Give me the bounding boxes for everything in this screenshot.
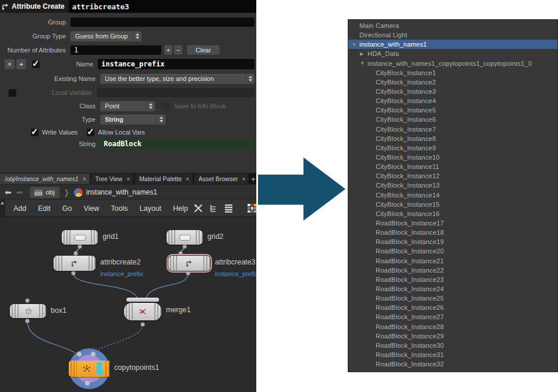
- write-values-row: Write Values Allow Local Vars: [0, 127, 255, 137]
- network-editor[interactable]: grid1 grid2 attribcreate2 instance_prefi…: [0, 216, 256, 392]
- foldout-closed-icon[interactable]: ▶: [360, 51, 368, 56]
- node-grid2[interactable]: [167, 230, 203, 245]
- hierarchy-item[interactable]: CityBlock_Instance13: [348, 181, 557, 190]
- local-variable-checkbox[interactable]: [9, 89, 16, 97]
- pane-expand-handle[interactable]: [0, 200, 5, 217]
- tab-material-palette[interactable]: Material Palette ×: [135, 174, 193, 184]
- hierarchy-item[interactable]: CityBlock_Instance11: [348, 162, 557, 171]
- tab-network-editor[interactable]: /obj/instance_with_names1 ×: [0, 174, 90, 184]
- input-dot[interactable]: [77, 352, 82, 356]
- group-type-dropdown[interactable]: Guess from Group: [70, 31, 142, 41]
- hierarchy-item[interactable]: CityBlock_Instance16: [348, 209, 557, 218]
- node-merge1[interactable]: [124, 303, 161, 320]
- hierarchy-item[interactable]: RoadBlock_Instance17: [348, 218, 557, 228]
- breadcrumb-obj-chip[interactable]: obj: [30, 187, 59, 198]
- hierarchy-item[interactable]: CityBlock_Instance8: [348, 134, 557, 143]
- customize-tools-icon[interactable]: [194, 204, 203, 213]
- node-attribcreate3[interactable]: [168, 256, 210, 271]
- menu-tools[interactable]: Tools: [105, 204, 133, 213]
- remove-attrib-button[interactable]: −: [174, 45, 182, 55]
- hierarchy-item[interactable]: RoadBlock_Instance28: [348, 322, 557, 331]
- hierarchy-item[interactable]: CityBlock_Instance3: [348, 87, 557, 96]
- nav-back-icon[interactable]: ⬅: [5, 188, 12, 197]
- hierarchy-item[interactable]: RoadBlock_Instance27: [348, 312, 557, 322]
- class-dropdown[interactable]: Point: [100, 101, 155, 111]
- nav-forward-icon[interactable]: ➡: [16, 188, 23, 197]
- hierarchy-item[interactable]: CityBlock_Instance14: [348, 190, 557, 200]
- breadcrumb-node-label[interactable]: instance_with_names1: [86, 188, 157, 196]
- hierarchy-item[interactable]: RoadBlock_Instance18: [348, 228, 557, 237]
- attrib-enable-checkbox[interactable]: [32, 61, 40, 68]
- list-mode-icon[interactable]: [224, 204, 234, 213]
- tab-close-icon[interactable]: ×: [242, 176, 246, 182]
- hierarchy-item[interactable]: CityBlock_Instance1: [348, 68, 557, 77]
- string-input[interactable]: RoadBlock: [100, 139, 255, 149]
- hierarchy-item[interactable]: CityBlock_Instance2: [348, 77, 557, 87]
- node-name-field[interactable]: attribcreate3: [69, 0, 256, 13]
- tab-tree-view[interactable]: Tree View ×: [91, 174, 134, 184]
- tab-close-icon[interactable]: ×: [186, 176, 189, 182]
- hierarchy-item[interactable]: CityBlock_Instance10: [348, 153, 557, 162]
- hierarchy-item[interactable]: RoadBlock_Instance30: [348, 341, 557, 350]
- tab-close-icon[interactable]: ×: [126, 176, 130, 182]
- hierarchy-item[interactable]: RoadBlock_Instance20: [348, 246, 557, 256]
- hierarchy-item[interactable]: RoadBlock_Instance26: [348, 303, 557, 312]
- grid-icon: [70, 235, 89, 241]
- hierarchy-item[interactable]: CityBlock_Instance6: [348, 115, 557, 124]
- delete-multiparm-button[interactable]: ×: [5, 59, 15, 69]
- hierarchy-item[interactable]: Directional Light: [348, 30, 557, 40]
- hierarchy-item[interactable]: RoadBlock_Instance19: [348, 237, 557, 246]
- hierarchy-item[interactable]: CityBlock_Instance15: [348, 200, 557, 209]
- write-values-checkbox[interactable]: [31, 129, 38, 136]
- input-dot[interactable]: [91, 352, 96, 356]
- menu-view[interactable]: View: [77, 204, 105, 213]
- hierarchy-item[interactable]: RoadBlock_Instance31: [348, 350, 557, 359]
- tab-asset-browser[interactable]: Asset Browser ×: [194, 174, 249, 184]
- menu-help[interactable]: Help: [167, 204, 194, 213]
- group-input[interactable]: [70, 17, 255, 27]
- node-grid1[interactable]: [62, 230, 98, 245]
- tree-view-icon[interactable]: [209, 204, 218, 213]
- existing-name-dropdown[interactable]: Use the better type, size and precision: [100, 74, 255, 84]
- hierarchy-item[interactable]: RoadBlock_Instance21: [348, 256, 557, 266]
- menu-layout[interactable]: Layout: [134, 204, 168, 213]
- hierarchy-item[interactable]: RoadBlock_Instance25: [348, 294, 557, 303]
- hierarchy-item[interactable]: ▶HDA_Data: [348, 49, 557, 58]
- hierarchy-item[interactable]: ▼instance_with_names1_copytopoints1_copy…: [348, 59, 557, 68]
- node-attribcreate2[interactable]: [54, 256, 96, 271]
- hierarchy-item[interactable]: CityBlock_Instance9: [348, 143, 557, 153]
- hierarchy-item[interactable]: CityBlock_Instance4: [348, 96, 557, 105]
- display-flag[interactable]: [97, 362, 102, 375]
- foldout-open-icon[interactable]: ▼: [352, 42, 359, 47]
- hierarchy-item[interactable]: CityBlock_Instance12: [348, 171, 557, 181]
- node-box1[interactable]: [10, 304, 46, 318]
- hierarchy-item[interactable]: RoadBlock_Instance32: [348, 359, 557, 369]
- hierarchy-item-label: RoadBlock_Instance30: [376, 342, 444, 349]
- hierarchy-item[interactable]: CityBlock_Instance7: [348, 125, 557, 134]
- screenshot-root: Attribute Create attribcreate3 Group Gro…: [0, 0, 558, 392]
- insert-multiparm-button[interactable]: +: [16, 59, 26, 69]
- clear-button[interactable]: Clear: [187, 45, 220, 55]
- hierarchy-item[interactable]: RoadBlock_Instance22: [348, 266, 557, 275]
- name-input[interactable]: instance_prefix: [98, 59, 255, 69]
- node-copytopoints1[interactable]: [69, 348, 110, 389]
- new-tab-button[interactable]: +: [250, 174, 256, 184]
- hierarchy-item[interactable]: Main Camera: [348, 21, 557, 30]
- add-attrib-button[interactable]: +: [164, 45, 172, 55]
- hierarchy-item[interactable]: ▼instance_with_names1: [348, 40, 557, 49]
- hierarchy-item[interactable]: RoadBlock_Instance29: [348, 331, 557, 341]
- hierarchy-item[interactable]: CityBlock_Instance5: [348, 105, 557, 115]
- menu-edit[interactable]: Edit: [32, 204, 56, 213]
- num-attribs-input[interactable]: 1: [70, 45, 161, 55]
- hierarchy-item[interactable]: RoadBlock_Instance23: [348, 275, 557, 284]
- hierarchy-item[interactable]: RoadBlock_Instance24: [348, 284, 557, 294]
- unity-hierarchy-panel[interactable]: Main CameraDirectional Light▼instance_wi…: [348, 19, 558, 372]
- tab-close-icon[interactable]: ×: [83, 176, 86, 182]
- allow-local-vars-checkbox[interactable]: [87, 129, 94, 136]
- output-dot[interactable]: [85, 381, 90, 386]
- menu-go[interactable]: Go: [56, 204, 78, 213]
- type-dropdown[interactable]: String: [100, 115, 165, 125]
- color-palette-icon[interactable]: [248, 204, 256, 213]
- foldout-open-icon[interactable]: ▼: [360, 61, 368, 66]
- menu-add[interactable]: Add: [8, 204, 32, 213]
